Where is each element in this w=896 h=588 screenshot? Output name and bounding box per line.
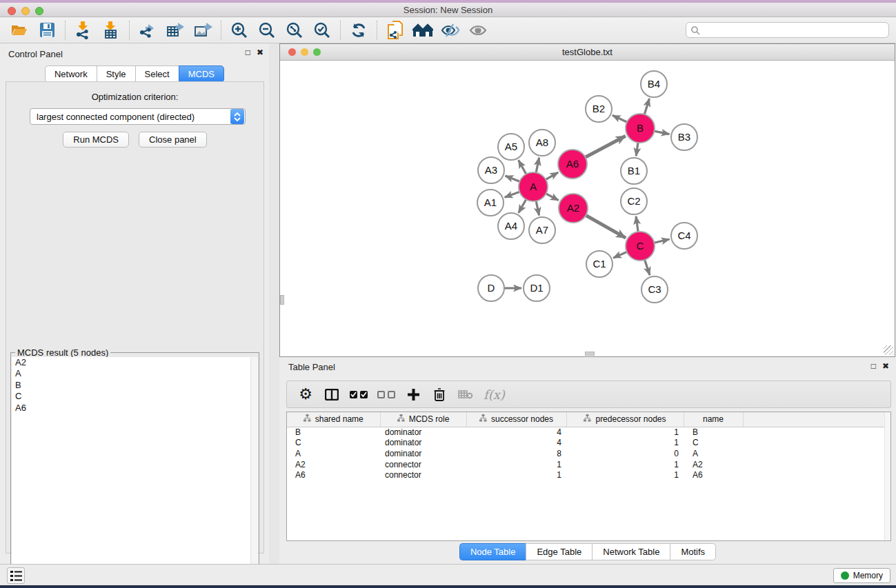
node-C3[interactable]: C3 xyxy=(641,276,668,303)
node-A3[interactable]: A3 xyxy=(478,157,504,183)
float-panel-icon[interactable]: □ xyxy=(246,48,250,57)
cell-MCDS-role[interactable]: dominator xyxy=(380,448,466,459)
node-B3[interactable]: B3 xyxy=(671,124,697,150)
node-table[interactable]: shared nameMCDS rolesuccessor nodesprede… xyxy=(286,412,891,541)
cell-MCDS-role[interactable]: dominator xyxy=(380,438,466,449)
cell-MCDS-role[interactable]: dominator xyxy=(380,427,466,438)
open-session-icon[interactable] xyxy=(8,20,31,41)
cell-successor-nodes[interactable]: 1 xyxy=(466,459,566,470)
close-table-panel-icon[interactable]: ✖ xyxy=(882,361,889,371)
node-B4[interactable]: B4 xyxy=(641,71,667,97)
table-row[interactable]: A2connector11A2 xyxy=(287,459,891,470)
column-header-name[interactable]: name xyxy=(684,412,743,427)
table-scrollbar[interactable] xyxy=(884,412,890,540)
tab-edge-table[interactable]: Edge Table xyxy=(526,543,592,560)
node-A8[interactable]: A8 xyxy=(529,130,555,156)
cell-shared-name[interactable]: B xyxy=(287,427,380,438)
home-layout-icon[interactable] xyxy=(411,20,435,41)
destroy-table-icon[interactable] xyxy=(457,385,474,403)
result-item[interactable]: A xyxy=(12,368,258,379)
cell-predecessor-nodes[interactable]: 1 xyxy=(566,459,684,470)
network-from-selection-icon[interactable] xyxy=(384,20,407,41)
cell-MCDS-role[interactable]: connector xyxy=(380,459,466,470)
cell-shared-name[interactable]: A6 xyxy=(287,469,380,480)
select-all-checkboxes-icon[interactable] xyxy=(350,385,368,403)
task-history-button[interactable] xyxy=(7,567,25,584)
cell-MCDS-role[interactable]: connector xyxy=(380,469,466,480)
tab-motifs[interactable]: Motifs xyxy=(670,543,716,560)
result-item[interactable]: A6 xyxy=(12,403,258,414)
column-header-shared-name[interactable]: shared name xyxy=(287,412,380,427)
export-table-icon[interactable] xyxy=(163,20,187,41)
node-D1[interactable]: D1 xyxy=(524,275,550,301)
close-panel-button[interactable]: Close panel xyxy=(139,132,207,148)
node-A7[interactable]: A7 xyxy=(529,217,555,243)
result-scrollbar[interactable] xyxy=(250,357,258,584)
refresh-view-icon[interactable] xyxy=(347,20,370,41)
cell-name[interactable]: A6 xyxy=(684,469,743,480)
node-A6[interactable]: A6 xyxy=(558,150,587,179)
tab-style[interactable]: Style xyxy=(97,65,135,83)
cell-predecessor-nodes[interactable]: 0 xyxy=(566,448,684,459)
column-header-successor-nodes[interactable]: successor nodes xyxy=(466,412,566,427)
cell-name[interactable]: A xyxy=(684,448,743,459)
result-item[interactable]: A2 xyxy=(12,357,258,368)
result-item[interactable]: B xyxy=(12,380,258,391)
resize-grip-icon[interactable] xyxy=(884,345,893,355)
search-input[interactable] xyxy=(700,23,888,37)
cell-successor-nodes[interactable]: 4 xyxy=(466,438,566,449)
zoom-in-icon[interactable] xyxy=(228,20,251,41)
float-table-panel-icon[interactable]: □ xyxy=(871,361,876,371)
left-splitter-handle[interactable] xyxy=(280,295,284,305)
save-session-icon[interactable] xyxy=(35,20,59,41)
tab-network-table[interactable]: Network Table xyxy=(592,543,670,560)
export-network-icon[interactable] xyxy=(136,20,159,41)
node-A4[interactable]: A4 xyxy=(498,213,524,239)
function-builder-icon[interactable]: f(x) xyxy=(484,385,505,403)
panel-splitter[interactable] xyxy=(269,43,279,564)
cell-predecessor-nodes[interactable]: 1 xyxy=(566,427,684,438)
node-A1[interactable]: A1 xyxy=(477,190,504,216)
cell-successor-nodes[interactable]: 4 xyxy=(466,427,566,438)
node-A5[interactable]: A5 xyxy=(498,134,524,160)
node-B2[interactable]: B2 xyxy=(586,96,612,122)
cell-shared-name[interactable]: A2 xyxy=(287,459,380,470)
table-row[interactable]: Cdominator41C xyxy=(287,438,891,449)
cell-name[interactable]: A2 xyxy=(684,459,743,470)
node-C1[interactable]: C1 xyxy=(586,251,613,277)
node-C4[interactable]: C4 xyxy=(671,223,697,249)
node-C2[interactable]: C2 xyxy=(621,188,647,214)
cell-name[interactable]: B xyxy=(684,427,743,438)
node-D[interactable]: D xyxy=(478,275,504,301)
deselect-checkboxes-icon[interactable] xyxy=(377,385,395,403)
gear-icon[interactable]: ⚙ xyxy=(297,385,314,403)
cell-shared-name[interactable]: A xyxy=(287,448,380,459)
close-panel-icon[interactable]: ✖ xyxy=(257,48,263,57)
columns-icon[interactable] xyxy=(323,385,340,403)
network-canvas[interactable]: B4B2BB3A5A8A6A3B1AA1C2A2A4A7C4CC1DD1C3 xyxy=(281,61,894,356)
export-image-icon[interactable] xyxy=(191,20,215,41)
node-B1[interactable]: B1 xyxy=(621,158,647,184)
zoom-fit-icon[interactable] xyxy=(283,20,306,41)
column-header-predecessor-nodes[interactable]: predecessor nodes xyxy=(566,412,684,427)
table-row[interactable]: A6connector11A6 xyxy=(287,469,891,480)
table-row[interactable]: Adominator80A xyxy=(287,448,891,459)
add-icon[interactable] xyxy=(405,385,421,403)
bottom-splitter-handle[interactable] xyxy=(585,352,595,356)
result-item[interactable]: C xyxy=(12,391,258,402)
node-C[interactable]: C xyxy=(626,232,655,261)
delete-icon[interactable] xyxy=(431,385,448,403)
column-header-MCDS-role[interactable]: MCDS role xyxy=(380,412,466,427)
node-A2[interactable]: A2 xyxy=(559,194,588,223)
criterion-dropdown[interactable]: largest connected component (directed) xyxy=(30,108,246,125)
birds-eye-view-icon[interactable] xyxy=(466,20,490,41)
hide-selected-icon[interactable] xyxy=(439,20,462,41)
zoom-selected-icon[interactable] xyxy=(310,20,334,41)
network-window-titlebar[interactable]: testGlobe.txt xyxy=(280,44,895,61)
node-B[interactable]: B xyxy=(626,114,655,143)
cell-shared-name[interactable]: C xyxy=(287,438,380,449)
tab-node-table[interactable]: Node Table xyxy=(459,543,526,560)
import-network-icon[interactable] xyxy=(72,20,95,41)
table-row[interactable]: Bdominator41B xyxy=(287,427,891,438)
mcds-result-list[interactable]: A2ABCA6 xyxy=(12,357,258,584)
